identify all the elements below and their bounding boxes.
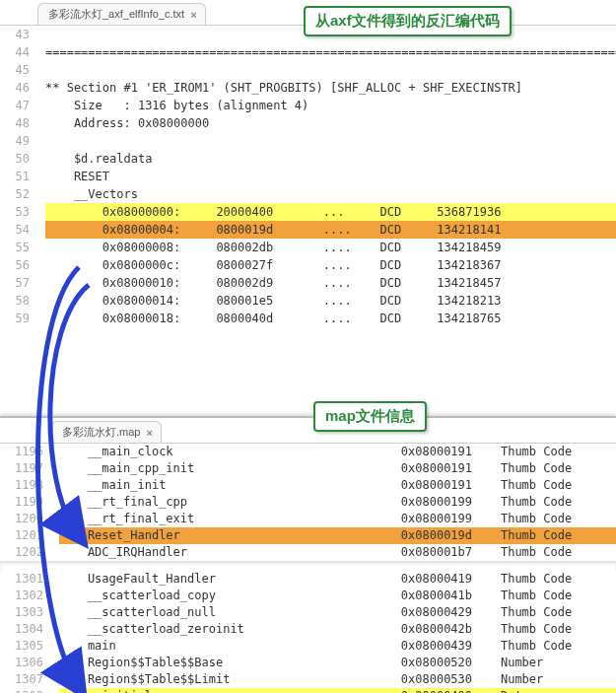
tab-bar-map: 多彩流水灯.map × bbox=[0, 418, 616, 444]
blank-line bbox=[45, 61, 616, 79]
realdata-line: $d.realdata bbox=[45, 150, 616, 168]
separator bbox=[0, 561, 616, 571]
map-row: UsageFault_Handler 0x08000419 Thumb Code bbox=[59, 571, 616, 588]
map-row: __initial_sp 0x20000400 Data bbox=[59, 688, 616, 693]
blank-line bbox=[45, 132, 616, 150]
disasm-row: 0x08000008: 080002db .... DCD 134218459 bbox=[45, 239, 616, 256]
map-row: __main_cpp_init 0x08000191 Thumb Code bbox=[59, 460, 616, 477]
callout-axf: 从axf文件得到的反汇编代码 bbox=[304, 6, 512, 36]
map-row: __rt_final_exit 0x08000199 Thumb Code bbox=[59, 511, 616, 527]
disasm-row: 0x08000004: 0800019d .... DCD 134218141 bbox=[45, 221, 616, 239]
callout-map: map文件信息 bbox=[313, 401, 427, 432]
address-line: Address: 0x08000000 bbox=[45, 114, 616, 132]
disasm-row: 0x08000010: 080002d9 .... DCD 134218457 bbox=[45, 274, 616, 292]
map-row: ADC_IRQHandler 0x080001b7 Thumb Code bbox=[59, 544, 616, 561]
map-row: __scatterload_zeroinit 0x0800042b Thumb … bbox=[59, 621, 616, 638]
map-row: Reset_Handler 0x0800019d Thumb Code bbox=[59, 527, 616, 544]
tab-axf-file[interactable]: 多彩流水灯_axf_elfInfo_c.txt × bbox=[37, 3, 206, 25]
map-row: __scatterload_null 0x08000429 Thumb Code bbox=[59, 604, 616, 621]
map-list-bottom: UsageFault_Handler 0x08000419 Thumb Code… bbox=[0, 571, 616, 693]
map-row: Region$$Table$$Base 0x08000520 Number bbox=[59, 655, 616, 671]
code-area-axf: ========================================… bbox=[0, 26, 616, 327]
pane-map: 多彩流水灯.map × 1196119711981199120012011202… bbox=[0, 416, 616, 693]
disasm-row: 0x0800000c: 0800027f .... DCD 134218367 bbox=[45, 256, 616, 274]
disasm-row: 0x08000000: 20000400 ... DCD 536871936 bbox=[45, 203, 616, 221]
close-icon[interactable]: × bbox=[146, 427, 152, 439]
disasm-row: 0x08000014: 080001e5 .... DCD 134218213 bbox=[45, 292, 616, 310]
map-row: __scatterload_copy 0x0800041b Thumb Code bbox=[59, 588, 616, 604]
disasm-row: 0x08000018: 0800040d .... DCD 134218765 bbox=[45, 310, 616, 327]
reset-line: RESET bbox=[45, 168, 616, 185]
divider-line: ========================================… bbox=[45, 43, 616, 61]
section-header: ** Section #1 'ER_IROM1' (SHT_PROGBITS) … bbox=[45, 79, 616, 97]
map-row: __rt_final_cpp 0x08000199 Thumb Code bbox=[59, 494, 616, 511]
tab-label: 多彩流水灯.map bbox=[62, 425, 140, 440]
map-row: Region$$Table$$Limit 0x08000530 Number bbox=[59, 671, 616, 688]
map-list-top: __main_clock 0x08000191 Thumb Code __mai… bbox=[0, 444, 616, 561]
tab-label: 多彩流水灯_axf_elfInfo_c.txt bbox=[48, 7, 184, 22]
tab-map-file[interactable]: 多彩流水灯.map × bbox=[51, 421, 162, 443]
close-icon[interactable]: × bbox=[190, 9, 196, 21]
map-row: main 0x08000439 Thumb Code bbox=[59, 638, 616, 655]
vectors-line: __Vectors bbox=[45, 185, 616, 203]
map-row: __main_init 0x08000191 Thumb Code bbox=[59, 477, 616, 494]
map-row: __main_clock 0x08000191 Thumb Code bbox=[59, 444, 616, 460]
size-line: Size : 1316 bytes (alignment 4) bbox=[45, 97, 616, 114]
